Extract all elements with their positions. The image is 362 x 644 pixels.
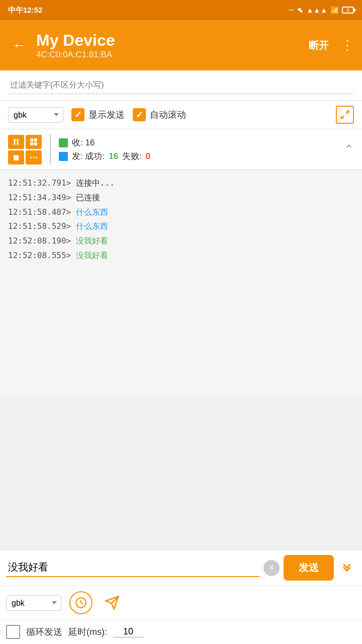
delay-input[interactable]: [113, 626, 143, 637]
fail-prefix: 失败:: [122, 150, 142, 162]
dots-button[interactable]: [26, 150, 42, 165]
svg-point-9: [33, 156, 35, 158]
device-title-group: My Device 4C:C0:0A:C1:81:BA: [36, 31, 299, 60]
log-entry: 12:51:34.349> 已连接: [8, 191, 354, 205]
signal-dots-icon: ···: [289, 6, 295, 14]
more-options-button[interactable]: ⋮: [341, 38, 354, 53]
log-entry: 12:51:58.487> 什么东西: [8, 205, 354, 220]
collapse-button[interactable]: ⌃: [344, 142, 354, 156]
log-entry: 12:52:08.555> 没我好看: [8, 249, 354, 263]
svg-rect-4: [30, 138, 33, 141]
loop-label: 循环发送: [26, 626, 62, 638]
battery-icon: 2: [342, 7, 354, 14]
show-send-checkbox[interactable]: ✓: [71, 108, 84, 121]
recv-count: 收: 16: [72, 137, 95, 148]
send-input-wrap: [6, 558, 259, 577]
svg-rect-7: [34, 142, 37, 145]
app-bar: ← My Device 4C:C0:0A:C1:81:BA 断开 ⋮: [0, 20, 362, 70]
send-input[interactable]: [6, 558, 259, 576]
stats-divider: [50, 134, 51, 165]
filter-area: [0, 70, 362, 101]
success-count: 16: [109, 151, 118, 162]
auto-scroll-group: ✓ 自动滚动: [133, 108, 186, 121]
signal-bars-icon: ▲▲▲: [306, 6, 327, 14]
bottom-area: × 发送 gbk utf-8 ascii: [0, 549, 362, 644]
stats-area: 收: 16 发: 成功: 16 失败: 0 ⌃: [0, 129, 362, 170]
svg-point-8: [30, 156, 32, 158]
auto-scroll-checkbox[interactable]: ✓: [133, 108, 146, 121]
svg-point-10: [36, 156, 37, 158]
recv-indicator: [59, 138, 68, 147]
send-indicator: [59, 152, 68, 161]
svg-rect-6: [30, 142, 33, 145]
back-button[interactable]: ←: [8, 35, 30, 55]
send-preset-button[interactable]: [101, 591, 124, 614]
send-button[interactable]: 发送: [284, 555, 334, 581]
send-prefix: 发: 成功:: [72, 150, 105, 162]
auto-scroll-label: 自动滚动: [150, 109, 186, 121]
status-icons: ··· ⬉ ▲▲▲ 📶 2: [289, 6, 354, 14]
log-area: 12:51:32.791> 连接中...12:51:34.349> 已连接12:…: [0, 170, 362, 396]
history-clock-button[interactable]: [69, 591, 93, 614]
delay-label: 延时(ms):: [68, 626, 107, 638]
time-display: 中午12:52: [8, 6, 42, 15]
wifi-icon: 📶: [330, 6, 339, 14]
device-name: My Device: [36, 31, 299, 50]
toolbar-row: gbk utf-8 ascii ✓ 显示发送 ✓ 自动滚动: [0, 101, 362, 129]
log-entry: 12:52:08.190> 没我好看: [8, 234, 354, 249]
svg-rect-2: [14, 139, 16, 145]
loop-checkbox[interactable]: [6, 625, 20, 639]
encoding-select-bottom[interactable]: gbk utf-8 ascii: [6, 595, 61, 611]
send-row: × 发送: [0, 550, 362, 586]
log-entry: 12:51:58.529> 什么东西: [8, 219, 354, 234]
loop-row: 循环发送 延时(ms):: [0, 620, 362, 644]
send-stats: 发: 成功: 16 失败: 0: [59, 150, 338, 162]
svg-rect-5: [34, 138, 37, 141]
options-row: gbk utf-8 ascii: [0, 586, 362, 620]
filter-input[interactable]: [8, 76, 354, 94]
device-address: 4C:C0:0A:C1:81:BA: [36, 50, 112, 59]
delete-button[interactable]: [8, 150, 24, 165]
fail-count: 0: [146, 151, 150, 162]
show-send-group: ✓ 显示发送: [71, 108, 125, 121]
bluetooth-icon: ⬉: [297, 6, 303, 14]
expand-button[interactable]: [336, 106, 354, 124]
scroll-down-button[interactable]: [338, 557, 356, 579]
layout-button[interactable]: [26, 135, 42, 149]
recv-stats: 收: 16: [59, 137, 338, 148]
app-bar-actions: 断开 ⋮: [305, 37, 354, 54]
log-entry: 12:51:32.791> 连接中...: [8, 176, 354, 191]
disconnect-button[interactable]: 断开: [305, 37, 333, 54]
clear-input-button[interactable]: ×: [263, 560, 280, 576]
show-send-label: 显示发送: [88, 109, 125, 121]
svg-rect-3: [17, 139, 19, 145]
stats-text: 收: 16 发: 成功: 16 失败: 0: [59, 137, 338, 162]
encoding-select-top[interactable]: gbk utf-8 ascii: [8, 107, 63, 123]
status-bar: 中午12:52 ··· ⬉ ▲▲▲ 📶 2: [0, 0, 362, 20]
pause-button[interactable]: [8, 135, 24, 149]
stats-control-buttons: [8, 135, 42, 165]
